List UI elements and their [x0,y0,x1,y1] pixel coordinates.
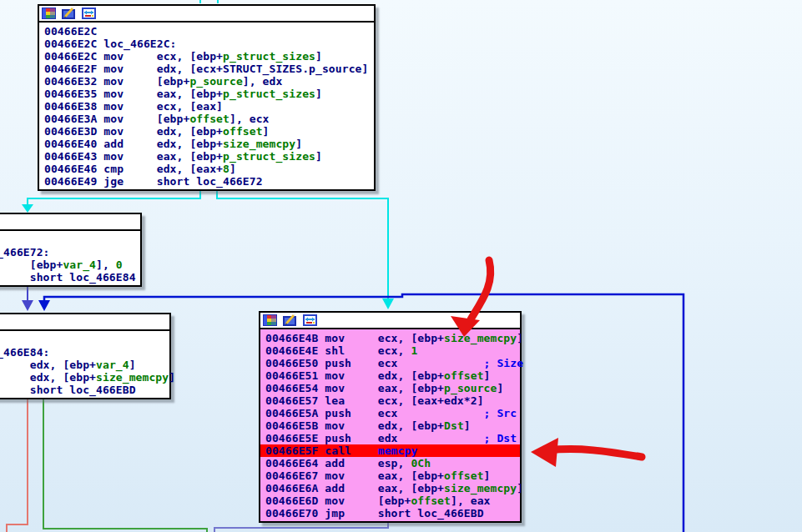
annotation-arrowhead [451,316,480,337]
annotation-arrowhead [531,438,558,467]
annotation-arrow-size-memcpy [471,260,491,319]
graph-canvas[interactable]: 00466E2C00466E2C loc_466E2C:00466E2C mov… [0,0,802,532]
annotation-arrow-memcpy-call [548,449,642,457]
annotation-layer [0,0,802,532]
